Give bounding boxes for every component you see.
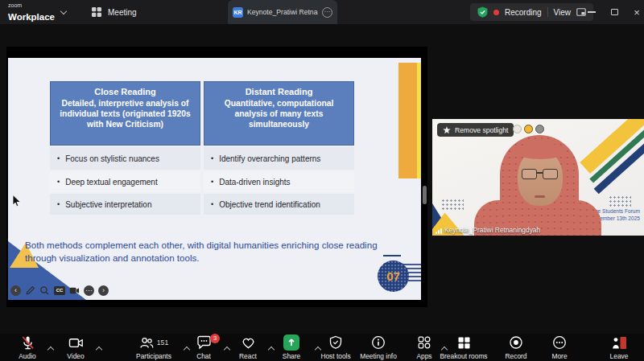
recording-label: Recording	[505, 8, 542, 17]
magnifier-icon	[39, 285, 50, 296]
back-arrow-icon: ‹	[10, 285, 21, 296]
cc-icon: CC	[54, 286, 65, 295]
table-header-close-reading: Close Reading Detailed, interpretive ana…	[50, 81, 200, 146]
shield-icon	[328, 335, 343, 350]
minimize-button[interactable]	[580, 0, 603, 24]
table-row: •Subjective interpretation •Objective tr…	[50, 194, 354, 215]
speaker-glasses	[522, 169, 559, 180]
restore-button[interactable]	[603, 0, 625, 24]
slide-yellow-bar-decoration	[417, 63, 421, 178]
gallery-icon	[91, 6, 102, 18]
dot-grid-decoration	[441, 199, 464, 210]
table-cell: Identify overarching patterns	[219, 154, 320, 163]
remove-spotlight-label: Remove spotlight	[455, 126, 508, 134]
bullet-icon: •	[211, 178, 213, 186]
presentation-slide: Close Reading Detailed, interpretive ana…	[8, 58, 421, 300]
table-cell: Deep textual engagement	[65, 178, 158, 187]
pen-icon	[25, 285, 35, 296]
meeting-tab-label: Meeting	[108, 8, 137, 17]
divider	[547, 7, 548, 17]
titlebar: zoom Workplace Meeting KR Keynote_Pratiw…	[0, 0, 644, 24]
participants-count: 151	[157, 338, 168, 347]
leave-icon	[611, 336, 627, 350]
table-row: •Focus on stylistic nuances •Identify ov…	[50, 147, 354, 170]
column-subtitle: Detailed, interpretive analysis of indiv…	[56, 98, 194, 129]
share-screen-icon	[283, 334, 299, 351]
chat-icon	[196, 335, 212, 350]
tab-options-icon[interactable]: ···	[322, 7, 332, 18]
doc-tab-label: Keynote_Pratiwi Retnaningdyah's	[247, 8, 318, 16]
more-options-icon: ···	[84, 285, 94, 296]
participant-name: Keynote_Pratiwi Retnaningdyah	[444, 226, 540, 234]
slide-footer-text: Both methods complement each other, with…	[25, 239, 408, 265]
zoom-window: zoom Workplace Meeting KR Keynote_Pratiw…	[0, 0, 644, 361]
info-icon	[371, 335, 386, 350]
heart-icon	[241, 335, 256, 350]
table-cell: Data-driven insights	[219, 178, 290, 187]
leave-button[interactable]: Leave	[585, 335, 644, 360]
column-title: Close Reading	[56, 86, 194, 97]
table-cell: Focus on stylistic nuances	[65, 154, 159, 163]
forward-arrow-icon: ›	[98, 285, 109, 296]
close-icon: ×	[634, 7, 640, 18]
org-logo-icon	[535, 125, 544, 133]
camera-icon	[68, 336, 84, 350]
spotlight-icon	[443, 126, 451, 134]
tab-keynote-document[interactable]: KR Keynote_Pratiwi Retnaningdyah's ···	[228, 0, 337, 24]
doc-initials-badge: KR	[233, 7, 243, 18]
bullet-icon: •	[57, 200, 60, 208]
participants-icon	[139, 336, 154, 350]
column-title: Distant Reading	[210, 86, 348, 97]
bullet-icon: •	[57, 154, 60, 162]
zoom-workplace-logo[interactable]: zoom Workplace	[8, 2, 55, 23]
breakout-rooms-icon	[457, 336, 471, 350]
record-icon	[509, 335, 523, 350]
slide-orange-bar-decoration	[398, 63, 417, 178]
dot-grid-decoration	[609, 195, 631, 208]
mic-muted-icon	[20, 335, 35, 351]
speaker-hijab-brim	[514, 143, 566, 159]
bullet-icon: •	[57, 178, 60, 186]
bullet-icon: •	[211, 200, 213, 208]
meeting-content-area: Close Reading Detailed, interpretive ana…	[0, 24, 644, 334]
zoom-logo-text: zoom	[8, 2, 55, 9]
security-shield-icon[interactable]	[477, 6, 488, 18]
table-cell: Subjective interpretation	[65, 200, 151, 209]
org-logo-icon	[524, 125, 533, 133]
table-cell: Objective trend identification	[219, 200, 320, 209]
tab-meeting[interactable]: Meeting	[85, 0, 143, 24]
page-logo-dash	[383, 255, 401, 256]
table-row: •Deep textual engagement •Data-driven in…	[50, 171, 354, 192]
presenter-annotation-toolbar: ‹ CC ··· ›	[10, 285, 109, 296]
column-subtitle: Quantitative, computational analysis of …	[210, 98, 348, 129]
more-button[interactable]: More	[526, 335, 593, 360]
audio-level-icon	[436, 228, 442, 234]
shared-screen-view[interactable]: Close Reading Detailed, interpretive ana…	[6, 47, 427, 307]
participant-name-label: Keynote_Pratiwi Retnaningdyah	[436, 226, 540, 234]
chevron-down-icon[interactable]	[60, 8, 67, 14]
meeting-toolbar: Audio Video 151	[0, 334, 644, 361]
camera-icon	[69, 285, 80, 296]
mouse-cursor	[12, 195, 22, 207]
remove-spotlight-button[interactable]: Remove spotlight	[437, 123, 514, 137]
page-number-badge: 07	[378, 260, 409, 292]
video-button[interactable]: Video	[42, 335, 109, 360]
speaker-video-tile[interactable]: Language Students Forum September 13th 2…	[432, 119, 644, 236]
close-button[interactable]: ×	[625, 0, 644, 24]
bullet-icon: •	[211, 154, 213, 162]
recording-dot-icon	[493, 10, 499, 15]
speaker-mouth	[535, 195, 545, 198]
share-scrollbar-thumb[interactable]	[423, 186, 427, 204]
more-icon	[552, 335, 567, 350]
restore-icon	[611, 9, 618, 15]
workplace-logo-text: Workplace	[8, 12, 55, 22]
org-logo-icon	[513, 125, 522, 133]
minimize-icon	[588, 11, 596, 13]
table-header-distant-reading: Distant Reading Quantitative, computatio…	[204, 81, 354, 146]
comparison-table: Close Reading Detailed, interpretive ana…	[50, 81, 354, 215]
recording-status-pill: Recording View	[470, 3, 593, 21]
video-options-chevron[interactable]	[97, 341, 101, 355]
view-button[interactable]: View	[554, 8, 572, 17]
